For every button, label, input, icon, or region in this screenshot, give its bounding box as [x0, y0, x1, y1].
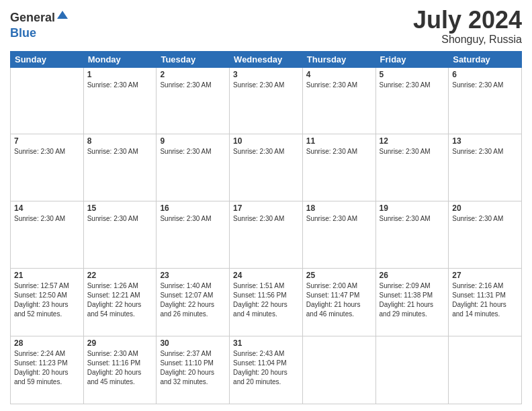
calendar-cell: 23Sunrise: 1:40 AMSunset: 12:07 AMDaylig… [157, 268, 230, 336]
day-number: 6 [452, 70, 518, 79]
day-number: 15 [87, 203, 153, 213]
calendar-week-row: 7Sunrise: 2:30 AM8Sunrise: 2:30 AM9Sunri… [11, 134, 522, 201]
day-number: 19 [380, 203, 445, 213]
day-number: 21 [14, 271, 80, 280]
day-number: 13 [452, 136, 518, 146]
day-info: Sunrise: 2:30 AM [306, 81, 372, 90]
calendar-cell: 25Sunrise: 2:00 AMSunset: 11:47 PMDaylig… [302, 268, 375, 336]
weekday-header-saturday: Saturday [449, 51, 522, 67]
logo: General Blue [10, 9, 69, 40]
calendar-cell: 10Sunrise: 2:30 AM [230, 134, 303, 201]
day-info: Sunrise: 2:30 AMSunset: 11:16 PMDaylight… [87, 349, 153, 387]
calendar-cell: 1Sunrise: 2:30 AM [83, 67, 157, 134]
calendar-cell: 7Sunrise: 2:30 AM [11, 134, 84, 201]
calendar-cell: 17Sunrise: 2:30 AM [230, 201, 303, 269]
day-number: 17 [233, 203, 299, 213]
day-info: Sunrise: 2:30 AM [233, 81, 299, 90]
calendar-cell [11, 67, 84, 134]
svg-marker-0 [57, 11, 68, 19]
calendar-cell: 29Sunrise: 2:30 AMSunset: 11:16 PMDaylig… [83, 336, 157, 404]
day-info: Sunrise: 2:30 AM [233, 147, 299, 156]
page-subtitle: Shonguy, Russia [413, 34, 522, 46]
day-number: 12 [380, 136, 445, 146]
day-info: Sunrise: 2:30 AM [160, 81, 226, 90]
day-info: Sunrise: 2:30 AM [14, 147, 80, 156]
day-number: 3 [233, 70, 299, 79]
day-info: Sunrise: 2:30 AM [160, 214, 226, 224]
calendar-week-row: 14Sunrise: 2:30 AM15Sunrise: 2:30 AM16Su… [11, 201, 522, 269]
calendar-week-row: 28Sunrise: 2:24 AMSunset: 11:23 PMDaylig… [11, 336, 522, 404]
day-info: Sunrise: 2:30 AM [452, 81, 518, 90]
day-number: 23 [160, 271, 226, 280]
day-number: 28 [14, 338, 80, 348]
day-number: 31 [233, 338, 299, 348]
calendar-table: SundayMondayTuesdayWednesdayThursdayFrid… [10, 51, 522, 404]
calendar-cell: 15Sunrise: 2:30 AM [83, 201, 157, 269]
calendar-cell: 21Sunrise: 12:57 AMSunset: 12:50 AMDayli… [11, 268, 84, 336]
day-number: 4 [306, 70, 372, 79]
day-info: Sunrise: 2:30 AM [14, 214, 80, 224]
day-info: Sunrise: 2:30 AM [306, 214, 372, 224]
weekday-header-tuesday: Tuesday [157, 51, 230, 67]
calendar-cell: 24Sunrise: 1:51 AMSunset: 11:56 PMDaylig… [230, 268, 303, 336]
day-info: Sunrise: 1:51 AMSunset: 11:56 PMDaylight… [233, 281, 299, 319]
day-number: 30 [160, 338, 226, 348]
day-number: 18 [306, 203, 372, 213]
page: General Blue July 2024 Shonguy, Russia S… [0, 0, 532, 411]
day-number: 25 [306, 271, 372, 280]
weekday-header-row: SundayMondayTuesdayWednesdayThursdayFrid… [11, 51, 522, 67]
weekday-header-monday: Monday [83, 51, 157, 67]
calendar-cell [302, 336, 375, 404]
calendar-cell: 5Sunrise: 2:30 AM [375, 67, 449, 134]
day-number: 1 [87, 70, 153, 79]
calendar-cell: 27Sunrise: 2:16 AMSunset: 11:31 PMDaylig… [449, 268, 522, 336]
day-number: 16 [160, 203, 226, 213]
calendar-cell: 4Sunrise: 2:30 AM [302, 67, 375, 134]
calendar-cell: 13Sunrise: 2:30 AM [449, 134, 522, 201]
weekday-header-thursday: Thursday [302, 51, 375, 67]
day-info: Sunrise: 12:57 AMSunset: 12:50 AMDayligh… [14, 281, 80, 319]
header: General Blue July 2024 Shonguy, Russia [10, 7, 522, 46]
day-info: Sunrise: 2:30 AM [306, 147, 372, 156]
day-number: 27 [452, 271, 518, 280]
day-info: Sunrise: 2:30 AM [233, 214, 299, 224]
day-info: Sunrise: 2:09 AMSunset: 11:38 PMDaylight… [380, 281, 445, 319]
day-number: 8 [87, 136, 153, 146]
logo-blue: Blue [10, 26, 36, 40]
weekday-header-sunday: Sunday [11, 51, 84, 67]
day-info: Sunrise: 2:16 AMSunset: 11:31 PMDaylight… [452, 281, 518, 319]
day-number: 10 [233, 136, 299, 146]
day-info: Sunrise: 2:43 AMSunset: 11:04 PMDaylight… [233, 349, 299, 387]
calendar-cell: 9Sunrise: 2:30 AM [157, 134, 230, 201]
calendar-cell: 22Sunrise: 1:26 AMSunset: 12:21 AMDaylig… [83, 268, 157, 336]
calendar-cell: 20Sunrise: 2:30 AM [449, 201, 522, 269]
calendar-cell: 26Sunrise: 2:09 AMSunset: 11:38 PMDaylig… [375, 268, 449, 336]
title-block: July 2024 Shonguy, Russia [413, 7, 522, 46]
calendar-week-row: 21Sunrise: 12:57 AMSunset: 12:50 AMDayli… [11, 268, 522, 336]
day-number: 14 [14, 203, 80, 213]
day-info: Sunrise: 1:26 AMSunset: 12:21 AMDaylight… [87, 281, 153, 319]
calendar-cell: 28Sunrise: 2:24 AMSunset: 11:23 PMDaylig… [11, 336, 84, 404]
day-number: 2 [160, 70, 226, 79]
day-number: 7 [14, 136, 80, 146]
calendar-cell: 6Sunrise: 2:30 AM [449, 67, 522, 134]
weekday-header-wednesday: Wednesday [230, 51, 303, 67]
day-info: Sunrise: 2:30 AM [87, 147, 153, 156]
day-info: Sunrise: 2:00 AMSunset: 11:47 PMDaylight… [306, 281, 372, 319]
logo-icon [56, 9, 69, 23]
day-number: 20 [452, 203, 518, 213]
calendar-week-row: 1Sunrise: 2:30 AM2Sunrise: 2:30 AM3Sunri… [11, 67, 522, 134]
day-info: Sunrise: 2:30 AM [87, 81, 153, 90]
day-number: 9 [160, 136, 226, 146]
day-info: Sunrise: 2:30 AM [380, 214, 445, 224]
day-number: 26 [380, 271, 445, 280]
weekday-header-friday: Friday [375, 51, 449, 67]
day-info: Sunrise: 2:30 AM [380, 147, 445, 156]
day-info: Sunrise: 2:24 AMSunset: 11:23 PMDaylight… [14, 349, 80, 387]
calendar-cell: 2Sunrise: 2:30 AM [157, 67, 230, 134]
calendar-cell: 30Sunrise: 2:37 AMSunset: 11:10 PMDaylig… [157, 336, 230, 404]
calendar-cell: 16Sunrise: 2:30 AM [157, 201, 230, 269]
day-info: Sunrise: 2:30 AM [452, 147, 518, 156]
calendar-cell: 11Sunrise: 2:30 AM [302, 134, 375, 201]
day-number: 24 [233, 271, 299, 280]
